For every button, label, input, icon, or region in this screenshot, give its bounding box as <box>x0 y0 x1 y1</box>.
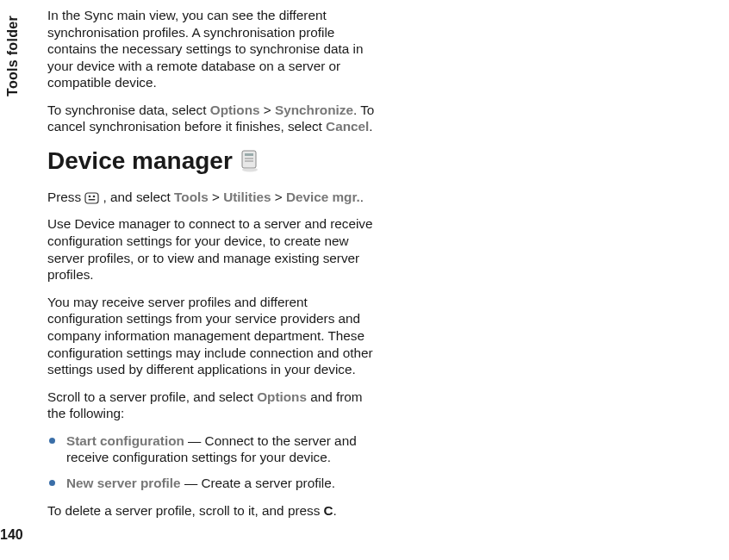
svg-rect-2 <box>245 158 253 159</box>
section-tab: Tools folder <box>2 0 24 112</box>
menu-utilities: Utilities <box>223 190 271 204</box>
svg-rect-3 <box>245 160 253 162</box>
option-desc: — Create a server profile. <box>181 476 335 490</box>
menu-key-icon <box>84 192 99 204</box>
menu-cancel: Cancel <box>326 119 369 134</box>
menu-options-2: Options <box>257 389 307 404</box>
menu-tools: Tools <box>174 190 209 204</box>
svg-rect-5 <box>85 193 98 203</box>
text: , and select <box>99 190 174 204</box>
list-item: New server profile — Create a server pro… <box>47 475 375 492</box>
paragraph-nav-device-mgr: Press , and select Tools > Utilities > D… <box>47 189 375 206</box>
svg-point-6 <box>89 196 91 198</box>
page-number: 140 <box>0 527 23 543</box>
separator: > <box>271 190 285 204</box>
list-item: Start configuration — Connect to the ser… <box>47 432 375 466</box>
section-tab-label: Tools folder <box>5 16 21 96</box>
paragraph-device-mgr-desc: Use Device manager to connect to a serve… <box>47 215 375 283</box>
device-manager-icon <box>240 149 260 173</box>
options-list: Start configuration — Connect to the ser… <box>47 432 375 492</box>
paragraph-delete-profile: To delete a server profile, scroll to it… <box>47 502 375 520</box>
text: Press <box>47 190 84 204</box>
svg-rect-1 <box>245 153 253 156</box>
svg-point-7 <box>93 196 96 198</box>
text: Scroll to a server profile, and select <box>47 389 257 404</box>
separator: > <box>209 190 223 204</box>
separator: > <box>260 103 275 117</box>
page-content: In the Sync main view, you can see the d… <box>47 7 722 553</box>
paragraph-sync-overview: In the Sync main view, you can see the d… <box>47 7 375 91</box>
key-c: C <box>324 503 333 518</box>
paragraph-sync-action: To synchronise data, select Options > Sy… <box>47 102 375 135</box>
heading-device-manager: Device manager <box>47 146 375 177</box>
text: To synchronise data, select <box>47 103 210 117</box>
menu-synchronize: Synchronize <box>275 103 353 117</box>
paragraph-server-profiles: You may receive server profiles and diff… <box>47 294 375 378</box>
menu-device-mgr: Device mgr. <box>286 190 360 204</box>
option-start-configuration: Start configuration <box>66 433 184 448</box>
text: . <box>333 503 337 518</box>
text: . <box>369 119 372 134</box>
text: To delete a server profile, scroll to it… <box>47 503 324 518</box>
option-new-server-profile: New server profile <box>66 476 181 490</box>
svg-point-4 <box>242 167 258 171</box>
paragraph-scroll-select: Scroll to a server profile, and select O… <box>47 389 375 422</box>
text: . <box>360 190 364 204</box>
svg-rect-8 <box>89 199 96 201</box>
heading-text: Device manager <box>47 146 233 177</box>
menu-options: Options <box>210 103 260 117</box>
